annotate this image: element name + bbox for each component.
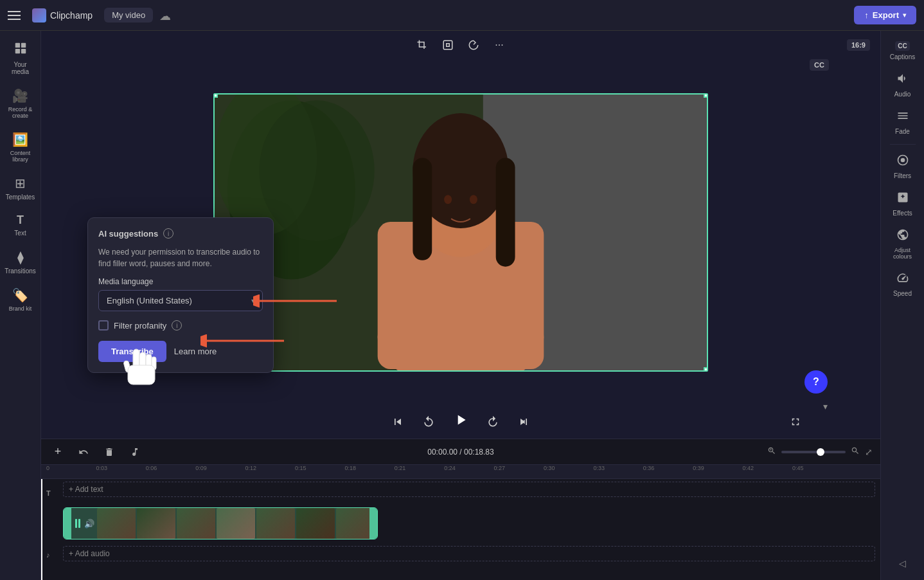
brand-icon: 🏷️ — [12, 287, 28, 303]
add-text-button[interactable]: + Add text — [63, 482, 875, 497]
sidebar-label-content-library: Contentlibrary — [10, 150, 31, 163]
ai-panel-actions: Transcribe Learn more — [98, 341, 263, 362]
adjust-colours-icon — [896, 228, 909, 244]
filters-icon — [896, 154, 909, 170]
filter-profanity-checkbox[interactable] — [98, 320, 109, 331]
corner-handle-tl[interactable] — [213, 93, 218, 98]
skip-to-start-button[interactable] — [387, 412, 408, 432]
right-sidebar-item-filters[interactable]: Filters — [884, 149, 922, 185]
audio-label: Audio — [894, 91, 911, 98]
sidebar-item-brand-kit[interactable]: 🏷️ Brand kit — [3, 282, 39, 317]
delete-button[interactable] — [100, 443, 118, 461]
templates-icon: ⊞ — [15, 176, 26, 191]
track-handle-left[interactable] — [64, 508, 71, 539]
video-thumbnails — [97, 508, 369, 539]
content-library-icon: 🖼️ — [12, 132, 28, 147]
forward-button[interactable] — [483, 412, 503, 432]
aspect-ratio-badge: 16:9 — [847, 39, 870, 51]
sidebar-item-content-library[interactable]: 🖼️ Contentlibrary — [3, 127, 39, 168]
skip-to-end-button[interactable] — [513, 412, 534, 432]
timeline-tracks: T + Add text — [41, 479, 880, 580]
timeline-ruler: 0 0:03 0:06 0:09 0:12 0:15 0:18 0:21 0:2… — [41, 465, 880, 479]
text-track-area: + Add text — [63, 482, 875, 505]
corner-handle-tr[interactable] — [704, 93, 708, 98]
captions-badge: CC — [810, 59, 829, 71]
track-volume-icon: 🔊 — [84, 519, 97, 529]
timeline-area: + 00:00.00 / 00:18.83 — [41, 439, 880, 580]
undo-button[interactable] — [75, 443, 93, 461]
track-handle-right[interactable] — [369, 508, 377, 539]
time-display: 00:00.00 / 00:18.83 — [427, 448, 493, 457]
help-button[interactable]: ? — [804, 370, 828, 394]
effects-label: Effects — [893, 210, 912, 217]
timeline-toolbar-right: ⤢ — [767, 446, 873, 457]
fullscreen-button[interactable] — [785, 412, 806, 432]
add-clip-button[interactable]: + — [49, 443, 67, 461]
sidebar-item-record-create[interactable]: 🎥 Record &create — [3, 83, 39, 124]
video-frame[interactable] — [213, 93, 708, 372]
filter-profanity-row: Filter profanity i — [98, 320, 263, 331]
export-button[interactable]: ↑ Export ▾ — [854, 6, 916, 24]
crop-button[interactable] — [412, 35, 432, 55]
right-sidebar-item-audio[interactable]: Audio — [884, 67, 922, 103]
svg-rect-0 — [15, 43, 19, 48]
speed-icon — [896, 271, 909, 287]
expand-timeline-button[interactable]: ⤢ — [865, 447, 873, 457]
ai-info-icon[interactable]: i — [163, 228, 173, 239]
svg-rect-16 — [496, 158, 515, 266]
filter-profanity-info-icon[interactable]: i — [172, 320, 182, 331]
corner-handle-br[interactable] — [704, 367, 708, 372]
zoom-in-button[interactable] — [851, 446, 860, 457]
svg-point-30 — [900, 158, 905, 163]
media-language-label: Media language — [98, 277, 263, 286]
language-select[interactable]: English (United States) ▾ — [98, 290, 263, 311]
rotate-button[interactable] — [463, 35, 484, 55]
video-title[interactable]: My video — [104, 8, 153, 23]
transcribe-button[interactable]: Transcribe — [98, 341, 166, 362]
speed-label: Speed — [893, 290, 912, 297]
sidebar-item-your-media[interactable]: Your media — [3, 36, 39, 80]
left-sidebar: Your media 🎥 Record &create 🖼️ Contentli… — [0, 31, 41, 580]
sidebar-item-transitions[interactable]: ⧫ Transitions — [3, 244, 39, 280]
learn-more-button[interactable]: Learn more — [174, 347, 217, 356]
more-options-button[interactable]: ··· — [489, 35, 510, 55]
svg-point-17 — [444, 195, 452, 204]
playback-controls — [41, 405, 880, 439]
collapse-right-sidebar[interactable]: ◁ — [896, 557, 909, 570]
audio-icon — [896, 72, 909, 88]
right-sidebar-item-effects[interactable]: Effects — [884, 186, 922, 222]
resize-button[interactable] — [438, 35, 458, 55]
audio-track-label: ♪ — [46, 551, 59, 559]
detach-audio-button[interactable] — [126, 443, 144, 461]
audio-track-area: + Add audio — [63, 543, 875, 566]
right-sidebar-item-adjust-colours[interactable]: Adjustcolours — [884, 223, 922, 265]
audio-track-row: ♪ + Add audio — [46, 543, 875, 566]
collapse-button[interactable]: ▾ — [823, 401, 828, 412]
filters-label: Filters — [894, 172, 911, 179]
right-sidebar-item-fade[interactable]: Fade — [884, 104, 922, 140]
sidebar-item-templates[interactable]: ⊞ Templates — [3, 170, 39, 206]
video-track-row: 🔊 — [46, 507, 875, 541]
replay-button[interactable] — [418, 412, 439, 432]
ai-suggestions-panel: AI suggestions i We need your permission… — [87, 217, 274, 373]
hamburger-menu[interactable] — [8, 6, 26, 24]
add-audio-button[interactable]: + Add audio — [63, 546, 875, 561]
svg-point-18 — [470, 195, 477, 204]
play-button[interactable] — [449, 410, 472, 433]
language-selected: English (United States) — [107, 296, 192, 305]
video-content — [215, 95, 707, 370]
timeline-toolbar: + 00:00.00 / 00:18.83 — [41, 439, 880, 465]
filter-profanity-label: Filter profanity — [114, 321, 166, 331]
ai-panel-description: We need your permission to transcribe au… — [98, 246, 263, 269]
video-track[interactable]: 🔊 — [63, 507, 378, 539]
zoom-out-button[interactable] — [767, 446, 776, 457]
svg-rect-1 — [21, 43, 25, 48]
right-sidebar-item-speed[interactable]: Speed — [884, 266, 922, 302]
text-track-row: T + Add text — [46, 482, 875, 505]
total-time: 00:18.83 — [464, 448, 494, 457]
zoom-slider[interactable] — [781, 451, 846, 453]
sidebar-label-record: Record &create — [8, 106, 33, 119]
sidebar-label-brand: Brand kit — [9, 305, 32, 312]
right-sidebar-item-captions[interactable]: CC Captions — [884, 36, 922, 66]
sidebar-item-text[interactable]: T Text — [3, 208, 39, 242]
